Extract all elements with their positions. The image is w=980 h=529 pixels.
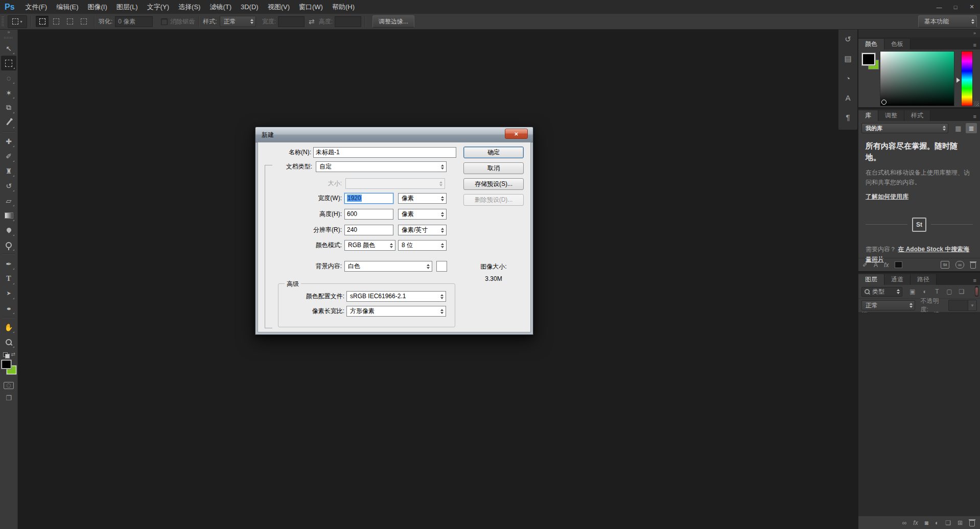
window-close-button[interactable]: ✕ — [968, 4, 976, 10]
blur-tool[interactable] — [2, 223, 16, 237]
layer-style-icon[interactable]: fx — [913, 519, 918, 526]
screen-mode-button[interactable]: ❐ — [6, 394, 12, 402]
workspace-switcher-button[interactable]: 基本功能 — [918, 15, 977, 28]
grid-view-icon[interactable]: ▦ — [952, 123, 964, 133]
menu-image[interactable]: 图像(I) — [83, 0, 112, 14]
options-bar-grip[interactable] — [2, 16, 4, 27]
filter-adjustment-layers-icon[interactable]: ◐ — [919, 288, 931, 295]
layer-group-icon[interactable]: ❏ — [945, 519, 951, 526]
crop-tool[interactable]: ⧉ — [2, 100, 16, 115]
style-select[interactable]: 正常 — [220, 16, 256, 27]
menu-view[interactable]: 视图(V) — [263, 0, 294, 14]
dialog-close-button[interactable]: ✕ — [505, 129, 528, 139]
gradient-tool[interactable] — [2, 208, 16, 223]
hue-slider-marker[interactable] — [956, 78, 960, 83]
selection-mode-subtract-button[interactable] — [63, 16, 76, 27]
panel-menu-icon[interactable]: ≡ — [973, 42, 980, 50]
delete-library-item-icon[interactable] — [970, 262, 976, 269]
add-graphic-icon[interactable]: ✐ — [862, 261, 868, 269]
layer-filter-toggle[interactable] — [975, 286, 978, 297]
selection-mode-intersect-button[interactable] — [77, 16, 90, 27]
cancel-button[interactable]: 取消 — [463, 162, 524, 174]
move-tool[interactable]: ↖ — [2, 41, 16, 56]
menu-3d[interactable]: 3D(D) — [236, 0, 263, 14]
background-select[interactable]: 白色 — [344, 261, 432, 272]
color-mode-select[interactable]: RGB 颜色 — [344, 240, 395, 251]
paragraph-panel-icon[interactable]: ¶ — [838, 107, 857, 127]
menu-filter[interactable]: 滤镜(T) — [205, 0, 236, 14]
menu-edit[interactable]: 编辑(E) — [52, 0, 83, 14]
path-selection-tool[interactable]: ➤ — [2, 286, 16, 301]
layer-filter-select[interactable]: 类型 — [861, 287, 902, 297]
save-preset-button[interactable]: 存储预设(S)... — [463, 178, 524, 190]
learn-libraries-link[interactable]: 了解如何使用库 — [866, 193, 908, 201]
filter-smart-object-icon[interactable]: ❏ — [955, 288, 968, 295]
tab-color[interactable]: 颜色 — [858, 39, 884, 50]
doc-type-select[interactable]: 自定 — [316, 161, 447, 172]
menu-select[interactable]: 选择(S) — [174, 0, 205, 14]
lasso-tool[interactable]: ◌ — [2, 70, 16, 85]
color-field[interactable] — [880, 51, 954, 106]
list-view-icon[interactable]: ≣ — [966, 123, 977, 133]
tab-swatches[interactable]: 色板 — [884, 39, 911, 50]
pen-tool[interactable]: ✒ — [2, 256, 16, 271]
eraser-tool[interactable]: ▱ — [2, 193, 16, 208]
library-select[interactable]: 我的库 — [861, 123, 948, 133]
selection-mode-add-button[interactable] — [50, 16, 62, 27]
selection-mode-new-button[interactable] — [36, 16, 49, 27]
properties-panel-icon[interactable]: ▤ — [838, 49, 857, 68]
panel-menu-icon[interactable]: ≡ — [973, 113, 980, 121]
link-layers-icon[interactable]: ∞ — [902, 519, 907, 526]
swap-colors-icon[interactable]: ⇄ — [11, 351, 15, 357]
feather-input[interactable]: 0 像素 — [115, 16, 153, 27]
tab-paths[interactable]: 路径 — [911, 274, 937, 285]
height-unit-select[interactable]: 像素 — [398, 209, 447, 220]
foreground-color-swatch[interactable] — [862, 53, 875, 65]
toolbar-collapse-icon[interactable]: » — [0, 30, 17, 35]
width-unit-select[interactable]: 像素 — [398, 193, 447, 204]
history-panel-icon[interactable]: ↺ — [838, 30, 857, 49]
swap-width-height-icon[interactable]: ⇄ — [309, 17, 315, 26]
eyedropper-tool[interactable] — [2, 115, 16, 130]
width-input[interactable]: 1920 — [344, 193, 393, 204]
add-color-swatch-icon[interactable] — [895, 261, 902, 268]
bit-depth-select[interactable]: 8 位 — [398, 240, 447, 251]
menu-type[interactable]: 文字(Y) — [143, 0, 174, 14]
adjustment-layer-icon[interactable]: ◐ — [935, 519, 939, 526]
resolution-input[interactable]: 240 — [344, 225, 393, 235]
add-character-style-icon[interactable]: A — [874, 261, 878, 269]
new-layer-icon[interactable]: ⊞ — [958, 519, 963, 526]
magic-wand-tool[interactable]: ✶ — [2, 85, 16, 100]
history-brush-tool[interactable]: ↺ — [2, 178, 16, 193]
tool-preset-picker[interactable]: ▾ — [8, 15, 27, 28]
resolution-unit-select[interactable]: 像素/英寸 — [398, 225, 447, 235]
adobe-stock-icon[interactable]: St — [941, 261, 949, 269]
character-panel-icon[interactable]: A — [838, 88, 857, 107]
tab-layers[interactable]: 图层 — [858, 274, 884, 285]
brush-tool[interactable]: ✐ — [2, 149, 16, 163]
filter-pixel-layers-icon[interactable]: ▣ — [906, 288, 919, 295]
zoom-tool[interactable] — [2, 334, 16, 349]
foreground-color-swatch[interactable] — [2, 360, 11, 369]
menu-window[interactable]: 窗口(W) — [294, 0, 328, 14]
filter-shape-layers-icon[interactable]: ▢ — [943, 288, 955, 295]
name-input[interactable]: 未标题-1 — [313, 147, 456, 158]
tab-libraries[interactable]: 库 — [858, 110, 878, 121]
hand-tool[interactable]: ✋ — [2, 320, 16, 334]
shape-tool[interactable]: ● — [2, 301, 16, 316]
filter-type-layers-icon[interactable]: T — [931, 288, 943, 295]
collapse-panels-icon[interactable]: » — [973, 31, 976, 36]
rectangular-marquee-tool[interactable] — [1, 56, 16, 70]
tab-styles[interactable]: 样式 — [904, 110, 930, 121]
clone-stamp-tool[interactable]: ♜ — [2, 163, 16, 178]
spot-healing-brush-tool[interactable]: ✚ — [2, 134, 16, 149]
maximize-button[interactable]: □ — [951, 4, 960, 10]
layer-list[interactable] — [858, 312, 980, 516]
tab-channels[interactable]: 通道 — [884, 274, 911, 285]
blend-mode-select[interactable]: 正常 — [861, 300, 915, 310]
tab-adjustments[interactable]: 调整 — [878, 110, 904, 121]
add-layer-style-icon[interactable]: fx — [884, 261, 889, 269]
menu-help[interactable]: 帮助(H) — [328, 0, 359, 14]
menu-layer[interactable]: 图层(L) — [112, 0, 143, 14]
quick-mask-button[interactable] — [4, 382, 14, 389]
